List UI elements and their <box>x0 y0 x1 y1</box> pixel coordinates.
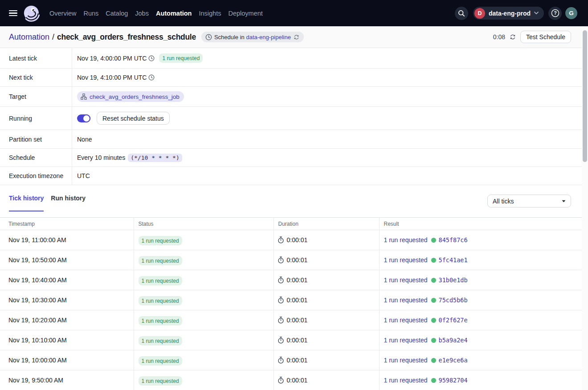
tick-status-badge: 1 run requested <box>139 316 182 325</box>
tick-filter-select[interactable]: All ticks <box>487 195 571 207</box>
nav-item-jobs[interactable]: Jobs <box>135 10 149 17</box>
tick-result-link[interactable]: 1 run requested <box>384 236 428 244</box>
column-header-duration[interactable]: Duration <box>274 218 379 230</box>
tick-result-link[interactable]: 1 run requested <box>384 276 428 284</box>
property-value: Nov 19, 4:10:00 PM UTC <box>72 74 588 81</box>
property-value: Every 10 minutes (*/10 * * * *) <box>72 154 588 162</box>
tick-history-table: Timestamp Status Duration Result Nov 19,… <box>0 217 582 390</box>
tick-status-badge: 1 run requested <box>139 236 182 245</box>
refresh-icon <box>292 32 301 41</box>
deployment-name: data-eng-prod <box>489 10 531 17</box>
property-label: Execution timezone <box>0 167 72 185</box>
tick-duration: 0:00:01 <box>287 377 308 384</box>
scrollbar-thumb[interactable] <box>583 30 587 162</box>
tick-duration: 0:00:01 <box>287 317 308 324</box>
job-icon <box>81 93 87 100</box>
search-button[interactable] <box>455 7 468 20</box>
target-job-chip[interactable]: check_avg_orders_freshness_job <box>77 91 184 102</box>
property-label: Target <box>0 87 72 106</box>
tick-result-link[interactable]: 1 run requested <box>384 377 428 384</box>
primary-nav: OverviewRunsCatalogJobsAutomationInsight… <box>49 10 263 17</box>
property-row-running: Running Reset schedule status <box>0 107 588 130</box>
run-id-link[interactable]: 95982704 <box>439 377 468 384</box>
stopwatch-icon <box>278 377 284 384</box>
run-id-link[interactable]: 31b0e1db <box>439 276 468 284</box>
run-id-link[interactable]: 75cd5b6b <box>439 297 468 304</box>
run-status-dot <box>431 338 436 343</box>
tick-result-link[interactable]: 1 run requested <box>384 357 428 364</box>
tick-duration: 0:00:01 <box>287 236 308 244</box>
hamburger-menu-icon[interactable] <box>9 10 17 16</box>
breadcrumb-actions: 0:08 Test Schedule <box>493 31 571 43</box>
stopwatch-icon <box>278 297 284 304</box>
tick-timestamp: Nov 19, 9:50:00 AM <box>8 377 63 384</box>
nav-item-automation[interactable]: Automation <box>156 10 192 17</box>
property-label: Partition set <box>0 130 72 148</box>
stopwatch-icon <box>278 236 284 244</box>
execution-timezone-value: UTC <box>77 172 90 179</box>
property-row-execution-timezone: Execution timezone UTC <box>0 167 588 185</box>
breadcrumb-automation-link[interactable]: Automation <box>9 32 49 42</box>
tick-timestamp: Nov 19, 10:40:00 AM <box>8 276 67 284</box>
tick-duration: 0:00:01 <box>287 297 308 304</box>
property-row-partition-set: Partition set None <box>0 130 588 149</box>
run-status-dot <box>431 298 436 303</box>
tick-timestamp: Nov 19, 10:20:00 AM <box>8 317 67 324</box>
tick-status-badge: 1 run requested <box>139 276 182 285</box>
property-label: Running <box>0 107 72 130</box>
run-id-link[interactable]: 5fc41ae1 <box>439 256 468 264</box>
run-id-link[interactable]: e1e9ce6a <box>439 357 468 364</box>
tab-run-history[interactable]: Run history <box>51 195 86 211</box>
help-button[interactable]: ? <box>548 7 562 20</box>
nav-item-overview[interactable]: Overview <box>49 10 76 17</box>
schedule-location-chip[interactable]: Schedule in data-eng-pipeline <box>201 32 304 42</box>
nav-item-insights[interactable]: Insights <box>199 10 221 17</box>
nav-item-deployment[interactable]: Deployment <box>228 10 262 17</box>
latest-tick-time: Nov 19, 4:00:00 PM UTC <box>77 55 147 62</box>
tick-duration: 0:00:01 <box>287 337 308 344</box>
test-schedule-button[interactable]: Test Schedule <box>520 31 571 43</box>
schedule-chip-text: Schedule in data-eng-pipeline <box>214 34 291 41</box>
breadcrumb-separator: / <box>52 32 54 42</box>
dagster-logo-icon[interactable] <box>24 4 40 22</box>
pipeline-link[interactable]: data-eng-pipeline <box>246 34 290 41</box>
tick-timestamp: Nov 19, 11:00:00 AM <box>8 236 66 244</box>
stopwatch-icon <box>278 276 284 284</box>
tick-result-link[interactable]: 1 run requested <box>384 297 428 304</box>
run-id-link[interactable]: 845f87c6 <box>439 236 468 244</box>
run-status-dot <box>431 318 436 323</box>
tick-filter-value: All ticks <box>493 198 514 205</box>
tick-timestamp: Nov 19, 10:00:00 AM <box>8 357 67 364</box>
tick-status-badge: 1 run requested <box>139 376 182 386</box>
property-value: UTC <box>72 172 588 179</box>
run-status-dot <box>431 378 436 383</box>
schedule-description: Every 10 minutes <box>77 154 125 161</box>
vertical-scrollbar[interactable] <box>582 26 588 390</box>
deployment-switcher[interactable]: D data-eng-prod <box>473 7 544 20</box>
column-header-timestamp[interactable]: Timestamp <box>0 218 134 230</box>
column-header-status[interactable]: Status <box>134 218 274 230</box>
run-id-link[interactable]: b5a9a2e4 <box>439 337 468 344</box>
run-id-link[interactable]: 0f2f627e <box>439 317 468 324</box>
tick-result-link[interactable]: 1 run requested <box>384 337 428 344</box>
tick-row: Nov 19, 9:50:00 AM1 run requested0:00:01… <box>0 370 582 390</box>
svg-text:?: ? <box>554 10 557 16</box>
tick-status-badge: 1 run requested <box>139 256 182 265</box>
tick-result-link[interactable]: 1 run requested <box>384 317 428 324</box>
reset-schedule-status-button[interactable]: Reset schedule status <box>97 112 170 125</box>
tick-status-badge: 1 run requested <box>139 356 182 366</box>
run-status-dot <box>431 358 436 363</box>
breadcrumb-bar: Automation / check_avg_orders_freshness_… <box>0 26 588 48</box>
tab-tick-history[interactable]: Tick history <box>9 195 44 211</box>
column-header-result[interactable]: Result <box>379 218 582 230</box>
cron-expression: (*/10 * * * *) <box>128 154 182 162</box>
running-toggle[interactable] <box>77 114 90 122</box>
tick-result-link[interactable]: 1 run requested <box>384 256 428 264</box>
next-tick-time: Nov 19, 4:10:00 PM UTC <box>77 74 147 81</box>
nav-item-catalog[interactable]: Catalog <box>106 10 128 17</box>
tick-timestamp: Nov 19, 10:30:00 AM <box>8 297 67 304</box>
property-row-next-tick: Next tick Nov 19, 4:10:00 PM UTC <box>0 69 588 87</box>
user-avatar[interactable]: G <box>565 7 577 19</box>
run-status-dot <box>431 278 436 283</box>
nav-item-runs[interactable]: Runs <box>83 10 98 17</box>
